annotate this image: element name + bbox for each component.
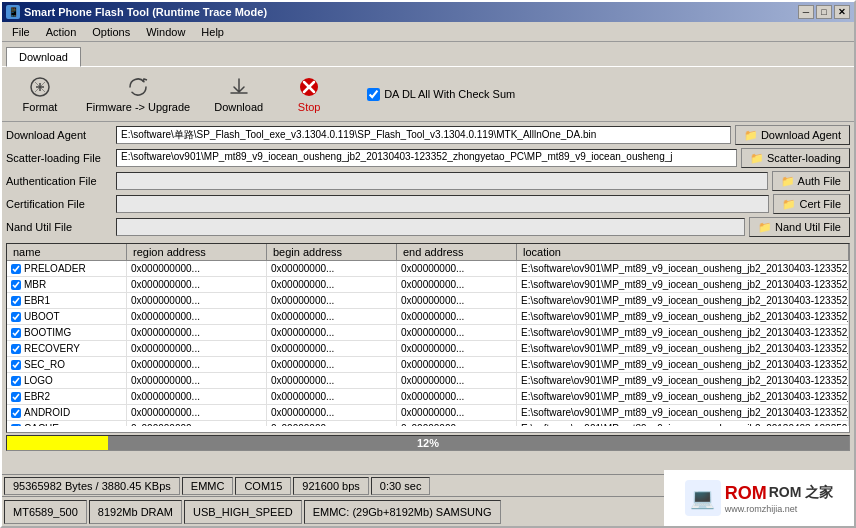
cert-button[interactable]: 📁 Cert File [773, 194, 850, 214]
row-name: BOOTIMG [24, 327, 71, 338]
download-button[interactable]: Download [206, 71, 271, 117]
td-name: RECOVERY [7, 341, 127, 356]
td-begin: 0x00000000... [267, 357, 397, 372]
td-name: EBR2 [7, 389, 127, 404]
scatter-loading-row: Scatter-loading File E:\software\ov901\M… [6, 147, 850, 169]
auth-button[interactable]: 📁 Auth File [772, 171, 850, 191]
tab-download[interactable]: Download [6, 47, 81, 67]
nand-row: Nand Util File 📁 Nand Util File [6, 216, 850, 238]
close-button[interactable]: ✕ [834, 5, 850, 19]
row-checkbox[interactable] [11, 312, 21, 322]
table-row[interactable]: SEC_RO 0x000000000... 0x00000000... 0x00… [7, 357, 849, 373]
main-window: 📱 Smart Phone Flash Tool (Runtime Trace … [0, 0, 856, 528]
download-agent-label: Download Agent [6, 129, 116, 141]
download-label: Download [214, 101, 263, 113]
td-location: E:\software\ov901\MP_mt89_v9_iocean_oush… [517, 405, 849, 420]
row-checkbox[interactable] [11, 296, 21, 306]
td-location: E:\software\ov901\MP_mt89_v9_iocean_oush… [517, 293, 849, 308]
row-name: LOGO [24, 375, 53, 386]
scatter-label: Scatter-loading File [6, 152, 116, 164]
col-region: region address [127, 244, 267, 260]
da-checkbox[interactable] [367, 88, 380, 101]
td-location: E:\software\ov901\MP_mt89_v9_iocean_oush… [517, 421, 849, 426]
td-region: 0x000000000... [127, 261, 267, 276]
format-button[interactable]: Format [10, 71, 70, 117]
row-checkbox[interactable] [11, 376, 21, 386]
table-row[interactable]: RECOVERY 0x000000000... 0x00000000... 0x… [7, 341, 849, 357]
auth-label: Authentication File [6, 175, 116, 187]
nand-input[interactable] [116, 218, 745, 236]
cert-btn-label: Cert File [799, 198, 841, 210]
col-name: name [7, 244, 127, 260]
td-location: E:\software\ov901\MP_mt89_v9_iocean_oush… [517, 389, 849, 404]
col-begin: begin address [267, 244, 397, 260]
nand-folder-icon: 📁 [758, 221, 772, 234]
table-row[interactable]: EBR1 0x000000000... 0x00000000... 0x0000… [7, 293, 849, 309]
rom-icon: 💻 [685, 480, 721, 516]
menu-help[interactable]: Help [193, 24, 232, 40]
app-icon: 📱 [6, 5, 20, 19]
td-location: E:\software\ov901\MP_mt89_v9_iocean_oush… [517, 341, 849, 356]
table-row[interactable]: ANDROID 0x000000000... 0x00000000... 0x0… [7, 405, 849, 421]
form-section: Download Agent E:\software\单路\SP_Flash_T… [2, 122, 854, 241]
table-row[interactable]: PRELOADER 0x000000000... 0x00000000... 0… [7, 261, 849, 277]
table-row[interactable]: CACHE 0x000000000... 0x00000000... 0x000… [7, 421, 849, 426]
row-checkbox[interactable] [11, 264, 21, 274]
row-checkbox[interactable] [11, 344, 21, 354]
table-row[interactable]: UBOOT 0x000000000... 0x00000000... 0x000… [7, 309, 849, 325]
row-checkbox[interactable] [11, 328, 21, 338]
td-name: ANDROID [7, 405, 127, 420]
progress-section: 12% [6, 435, 850, 451]
row-checkbox[interactable] [11, 280, 21, 290]
td-location: E:\software\ov901\MP_mt89_v9_iocean_oush… [517, 325, 849, 340]
row-name: ANDROID [24, 407, 70, 418]
menu-bar: File Action Options Window Help [2, 22, 854, 42]
row-checkbox[interactable] [11, 424, 21, 427]
bottom-ram: 8192Mb DRAM [89, 500, 182, 524]
col-end: end address [397, 244, 517, 260]
row-name: PRELOADER [24, 263, 86, 274]
nand-button[interactable]: 📁 Nand Util File [749, 217, 850, 237]
row-name: UBOOT [24, 311, 60, 322]
minimize-button[interactable]: ─ [798, 5, 814, 19]
scatter-button[interactable]: 📁 Scatter-loading [741, 148, 850, 168]
td-begin: 0x00000000... [267, 341, 397, 356]
stop-button[interactable]: Stop [279, 71, 339, 117]
row-checkbox[interactable] [11, 360, 21, 370]
menu-file[interactable]: File [4, 24, 38, 40]
auth-row: Authentication File 📁 Auth File [6, 170, 850, 192]
format-icon [28, 75, 52, 99]
td-location: E:\software\ov901\MP_mt89_v9_iocean_oush… [517, 309, 849, 324]
menu-window[interactable]: Window [138, 24, 193, 40]
firmware-icon [126, 75, 150, 99]
cert-input[interactable] [116, 195, 769, 213]
td-end: 0x00000000... [397, 341, 517, 356]
td-name: SEC_RO [7, 357, 127, 372]
td-end: 0x00000000... [397, 261, 517, 276]
row-checkbox[interactable] [11, 408, 21, 418]
row-checkbox[interactable] [11, 392, 21, 402]
download-icon [227, 75, 251, 99]
td-region: 0x000000000... [127, 357, 267, 372]
row-name: RECOVERY [24, 343, 80, 354]
row-name: CACHE [24, 423, 59, 426]
td-region: 0x000000000... [127, 389, 267, 404]
menu-options[interactable]: Options [84, 24, 138, 40]
td-end: 0x00000000... [397, 293, 517, 308]
firmware-upgrade-button[interactable]: Firmware -> Upgrade [78, 71, 198, 117]
td-region: 0x000000000... [127, 277, 267, 292]
table-row[interactable]: LOGO 0x000000000... 0x00000000... 0x0000… [7, 373, 849, 389]
td-begin: 0x00000000... [267, 389, 397, 404]
td-name: CACHE [7, 421, 127, 426]
table-row[interactable]: BOOTIMG 0x000000000... 0x00000000... 0x0… [7, 325, 849, 341]
td-region: 0x000000000... [127, 373, 267, 388]
menu-action[interactable]: Action [38, 24, 85, 40]
td-location: E:\software\ov901\MP_mt89_v9_iocean_oush… [517, 373, 849, 388]
scatter-btn-label: Scatter-loading [767, 152, 841, 164]
auth-input[interactable] [116, 172, 768, 190]
table-row[interactable]: EBR2 0x000000000... 0x00000000... 0x0000… [7, 389, 849, 405]
download-agent-button[interactable]: 📁 Download Agent [735, 125, 850, 145]
maximize-button[interactable]: □ [816, 5, 832, 19]
table-row[interactable]: MBR 0x000000000... 0x00000000... 0x00000… [7, 277, 849, 293]
status-baud: 921600 bps [293, 477, 369, 495]
